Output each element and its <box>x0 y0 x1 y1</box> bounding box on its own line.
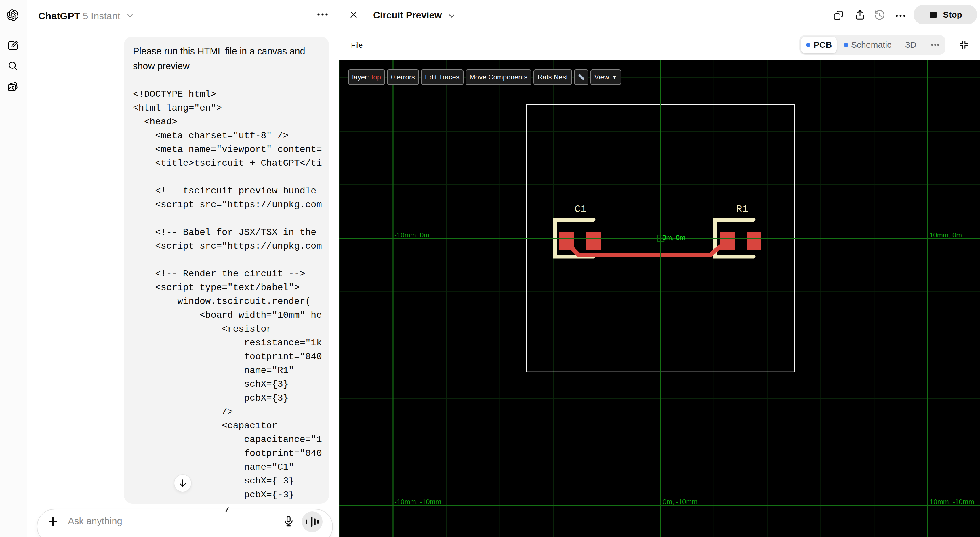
svg-text:-10mm, -10mm: -10mm, -10mm <box>395 498 441 506</box>
svg-text:C1: C1 <box>574 204 586 215</box>
svg-text:R1: R1 <box>736 204 748 215</box>
svg-text:-10mm, 0m: -10mm, 0m <box>395 231 429 239</box>
svg-text:0m, -10mm: 0m, -10mm <box>663 498 697 506</box>
svg-text:10mm, -10mm: 10mm, -10mm <box>930 498 974 506</box>
svg-text:10mm, 0m: 10mm, 0m <box>929 231 962 239</box>
svg-text:0m, 0m: 0m, 0m <box>662 234 686 241</box>
